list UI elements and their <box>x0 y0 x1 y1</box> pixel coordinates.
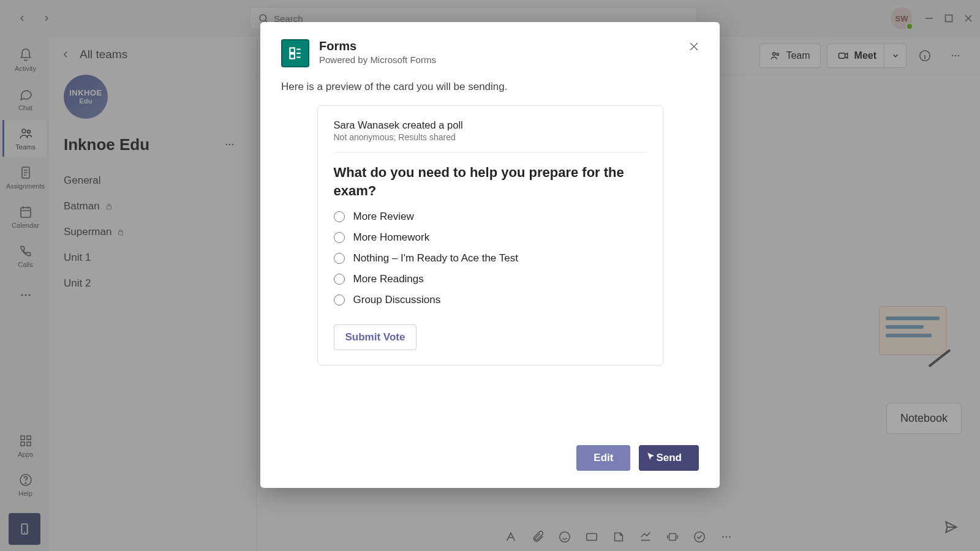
dialog-close-button[interactable] <box>684 37 704 56</box>
forms-dialog: Forms Powered by Microsoft Forms Here is… <box>260 22 720 488</box>
submit-vote-button[interactable]: Submit Vote <box>334 324 417 350</box>
modal-overlay: Forms Powered by Microsoft Forms Here is… <box>0 0 980 551</box>
forms-app-icon <box>281 39 309 67</box>
poll-question: What do you need to help you prepare for… <box>334 163 647 200</box>
poll-option[interactable]: More Homework <box>334 231 647 244</box>
poll-option-label: Group Discussions <box>353 294 441 306</box>
poll-settings-line: Not anonymous; Results shared <box>334 132 647 142</box>
poll-option-label: More Readings <box>353 273 424 285</box>
svg-rect-35 <box>290 48 295 53</box>
edit-button[interactable]: Edit <box>576 445 630 471</box>
dialog-subtitle: Powered by Microsoft Forms <box>319 54 436 65</box>
poll-option[interactable]: More Readings <box>334 273 647 285</box>
poll-option-label: Nothing – I'm Ready to Ace the Test <box>353 252 518 264</box>
poll-option-label: More Review <box>353 211 414 223</box>
send-button[interactable]: Send <box>639 445 699 471</box>
poll-option[interactable]: Group Discussions <box>334 294 647 306</box>
poll-radio[interactable] <box>334 253 345 264</box>
dialog-title: Forms <box>319 39 436 53</box>
forms-icon <box>287 45 303 61</box>
dialog-description: Here is a preview of the card you will b… <box>281 81 699 93</box>
cursor-icon <box>645 451 657 463</box>
divider <box>334 152 647 152</box>
poll-option-label: More Homework <box>353 231 430 244</box>
poll-radio[interactable] <box>334 274 345 285</box>
svg-rect-36 <box>290 54 295 59</box>
poll-radio[interactable] <box>334 211 345 222</box>
poll-card: Sara Wanasek created a poll Not anonymou… <box>317 105 663 365</box>
poll-option[interactable]: More Review <box>334 211 647 223</box>
close-icon <box>688 40 700 53</box>
send-label: Send <box>656 452 682 463</box>
poll-creator-line: Sara Wanasek created a poll <box>334 119 647 131</box>
poll-radio[interactable] <box>334 232 345 243</box>
poll-radio[interactable] <box>334 294 345 305</box>
poll-option[interactable]: Nothing – I'm Ready to Ace the Test <box>334 252 647 264</box>
